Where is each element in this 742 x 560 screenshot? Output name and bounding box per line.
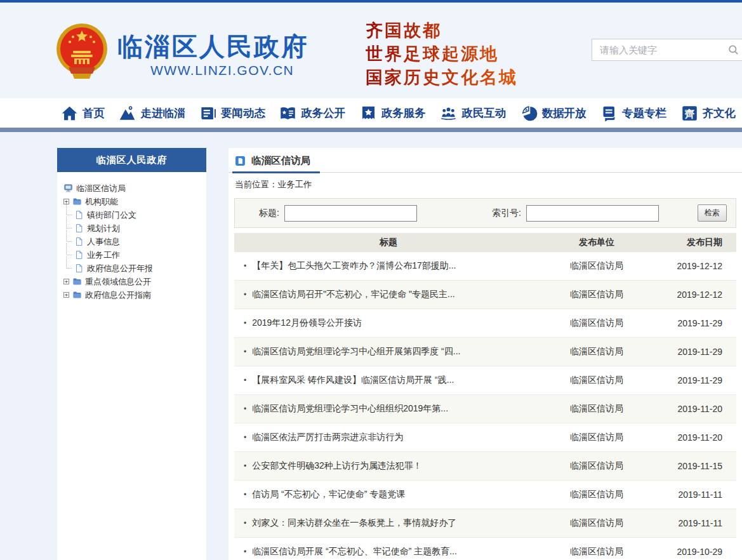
article-unit: 临淄区信访局 [543, 546, 651, 557]
nav-item-interaction[interactable]: 政民互动 [440, 105, 506, 122]
main-nav: 首页 走进临淄 要闻动态 政务公开 政务服务 政民互动 数据开放 专题专栏 齐文… [0, 98, 742, 128]
table-header-date: 发布日期 [651, 237, 736, 248]
article-link[interactable]: • 临淄区依法严厉打击两宗进京非访行为 [234, 432, 543, 443]
article-link[interactable]: • 信访局 “不忘初心，牢记使命” 专题党课 [234, 489, 543, 500]
nav-item-icon [681, 105, 698, 122]
article-link[interactable]: • 临淄区信访局党组理论学习中心组开展第四季度 “四... [234, 346, 543, 357]
tree-node-icon [74, 250, 84, 260]
tree-item-1[interactable]: + 机构职能 [63, 195, 201, 208]
article-unit: 临淄区信访局 [543, 289, 651, 300]
tree-item-7[interactable]: + 重点领域信息公开 [63, 275, 201, 288]
tree-item-5[interactable]: 业务工作 [63, 248, 201, 262]
filter-search-button[interactable]: 检索 [698, 204, 727, 222]
tree-expander-icon[interactable]: + [63, 292, 69, 298]
nav-item-icon [440, 105, 457, 122]
article-link[interactable]: • 【年关】包工头拖欠工资咋办？淄博公布17部援助... [234, 260, 543, 272]
tree-node-icon [74, 223, 84, 233]
nav-divider-strip [0, 128, 742, 132]
nav-item-home[interactable]: 首页 [61, 105, 105, 122]
bullet-icon: • [244, 519, 246, 528]
article-unit: 临淄区信访局 [543, 460, 651, 472]
tree-node-icon [72, 290, 82, 300]
nav-item-label: 政民互动 [461, 105, 506, 121]
article-unit: 临淄区信访局 [543, 317, 651, 329]
nav-item-topics[interactable]: 专题专栏 [600, 105, 666, 122]
filter-index-input[interactable] [526, 205, 659, 222]
section-title: 临淄区信访局 [251, 154, 310, 168]
table-header-title: 标题 [234, 237, 543, 248]
bullet-icon: • [244, 490, 246, 499]
tree-item-label: 政府信息公开指南 [85, 290, 151, 301]
nav-item-open-data[interactable]: 数据开放 [520, 105, 586, 122]
filter-index-label: 索引号: [492, 208, 521, 219]
nav-item-icon [61, 105, 78, 122]
article-title: 公安部文件明确32种上访行为属违法犯罪！ [252, 460, 422, 472]
article-unit: 临淄区信访局 [543, 517, 651, 529]
bullet-icon: • [244, 319, 246, 328]
table-row: • 2019年12月份领导公开接访 临淄区信访局 2019-11-29 [234, 309, 736, 338]
article-link[interactable]: • 临淄区信访局党组理论学习中心组组织2019年第... [234, 403, 543, 415]
tree-item-label: 机构职能 [85, 196, 118, 208]
slogan-line-2: 世界足球起源地 [366, 42, 518, 65]
search-icon[interactable] [727, 44, 739, 56]
tree-node-icon [72, 197, 82, 206]
nav-item-icon [520, 105, 538, 122]
article-link[interactable]: • 公安部文件明确32种上访行为属违法犯罪！ [234, 460, 543, 472]
nav-item-label: 数据开放 [542, 105, 586, 121]
tree-node-icon [74, 237, 84, 246]
nav-item-qi-culture[interactable]: 齐文化 [681, 105, 736, 122]
table-row: • 临淄区信访局开展 “不忘初心、牢记使命” 主题教育... 临淄区信访局 20… [234, 538, 736, 560]
site-search-input[interactable] [600, 44, 727, 55]
tree-item-0[interactable]: 临淄区信访局 [63, 182, 201, 195]
tree-item-8[interactable]: + 政府信息公开指南 [63, 288, 201, 302]
article-unit: 临淄区信访局 [543, 260, 651, 272]
nav-item-label: 政务服务 [381, 105, 426, 121]
tree-node-icon [63, 183, 73, 193]
article-link[interactable]: • 刘家义：同来访群众坐在一条板凳上，事情就好办了 [234, 517, 543, 529]
nav-item-news[interactable]: 要闻动态 [199, 105, 265, 122]
table-row: • 信访局 “不忘初心，牢记使命” 专题党课 临淄区信访局 2019-11-11 [234, 481, 736, 509]
nav-item-gov-disclosure[interactable]: 政务公开 [279, 105, 345, 122]
sidebar-tree: 临淄区信访局 + 机构职能 镇街部门公文 规划计划 人事信息 业务工作 政府信息… [57, 172, 206, 308]
nav-item-icon [199, 105, 216, 122]
nav-item-label: 专题专栏 [622, 105, 666, 121]
section-title-underline [232, 171, 320, 173]
tree-item-2[interactable]: 镇街部门公文 [63, 208, 201, 222]
article-date: 2019-11-15 [651, 461, 736, 471]
article-table: 标题 发布单位 发布日期 • 【年关】包工头拖欠工资咋办？淄博公布17部援助..… [234, 233, 736, 560]
article-title: 【年关】包工头拖欠工资咋办？淄博公布17部援助... [252, 260, 456, 272]
nav-item-label: 首页 [83, 105, 105, 121]
article-unit: 临淄区信访局 [543, 432, 651, 443]
nav-item-label: 齐文化 [703, 105, 736, 121]
article-link[interactable]: • 【展科室风采 铸作风建设】临淄区信访局开展 “践... [234, 375, 543, 386]
table-row: • 临淄区依法严厉打击两宗进京非访行为 临淄区信访局 2019-11-20 [234, 423, 736, 452]
article-title: 临淄区信访局党组理论学习中心组组织2019年第... [252, 403, 448, 415]
tree-item-label: 重点领域信息公开 [85, 276, 151, 288]
article-title: 临淄区信访局党组理论学习中心组开展第四季度 “四... [252, 346, 460, 357]
tree-item-4[interactable]: 人事信息 [63, 235, 201, 248]
site-header: 临淄区人民政府 WWW.LINZI.GOV.CN 齐国故都 世界足球起源地 国家… [0, 3, 742, 98]
article-date: 2019-11-20 [651, 432, 736, 443]
tree-expander-icon[interactable]: + [63, 279, 69, 284]
tree-node-icon [74, 263, 84, 273]
bullet-icon: • [244, 347, 246, 356]
article-link[interactable]: • 2019年12月份领导公开接访 [234, 317, 543, 329]
article-link[interactable]: • 临淄区信访局开展 “不忘初心、牢记使命” 主题教育... [234, 546, 543, 557]
tree-item-label: 规划计划 [87, 223, 120, 234]
slogan-line-3: 国家历史文化名城 [366, 65, 518, 89]
tree-item-label: 政府信息公开年报 [87, 263, 153, 274]
filter-title-label: 标题: [259, 208, 279, 219]
nav-item-icon [360, 105, 377, 122]
filter-title-input[interactable] [284, 205, 417, 222]
tree-item-3[interactable]: 规划计划 [63, 222, 201, 235]
bullet-icon: • [244, 262, 246, 270]
nav-item-gov-services[interactable]: 政务服务 [360, 105, 426, 122]
nav-item-about-linzi[interactable]: 走进临淄 [119, 105, 185, 122]
article-link[interactable]: • 临淄区信访局召开"不忘初心，牢记使命 "专题民主... [234, 289, 543, 300]
article-title: 【展科室风采 铸作风建设】临淄区信访局开展 “践... [252, 375, 454, 386]
article-date: 2019-11-29 [651, 375, 736, 385]
tree-item-6[interactable]: 政府信息公开年报 [63, 262, 201, 275]
slogan-line-1: 齐国故都 [366, 18, 518, 42]
article-date: 2019-11-20 [651, 404, 736, 414]
bullet-icon: • [244, 462, 246, 470]
